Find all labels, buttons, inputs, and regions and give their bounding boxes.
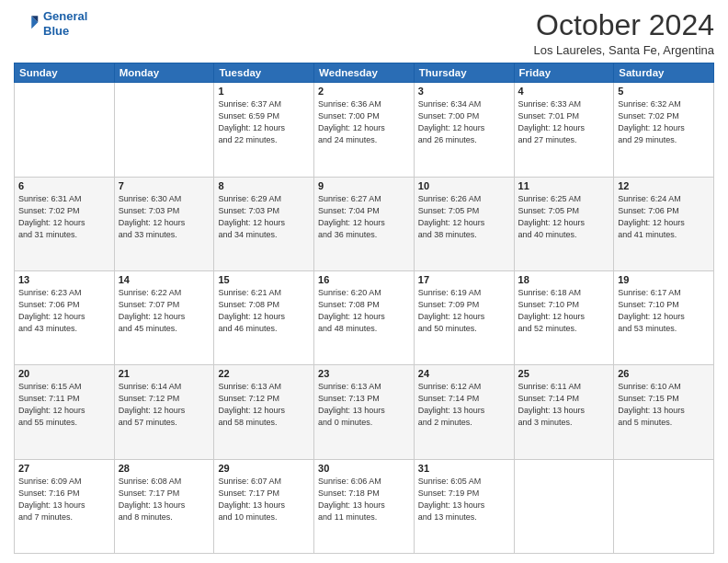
day-number: 21 — [119, 368, 210, 379]
day-number: 25 — [518, 368, 610, 379]
day-number: 22 — [218, 368, 310, 379]
calendar-table: SundayMondayTuesdayWednesdayThursdayFrid… — [14, 63, 714, 554]
day-detail: Sunrise: 6:13 AM Sunset: 7:12 PM Dayligh… — [218, 381, 310, 429]
day-detail: Sunrise: 6:23 AM Sunset: 7:06 PM Dayligh… — [18, 287, 110, 335]
day-detail: Sunrise: 6:17 AM Sunset: 7:10 PM Dayligh… — [618, 287, 710, 335]
day-number: 23 — [318, 368, 410, 379]
day-of-week-tuesday: Tuesday — [214, 63, 314, 83]
week-row-3: 13Sunrise: 6:23 AM Sunset: 7:06 PM Dayli… — [15, 270, 714, 364]
day-number: 2 — [318, 86, 410, 97]
location: Los Laureles, Santa Fe, Argentina — [533, 43, 714, 57]
logo-line2: Blue — [43, 24, 69, 38]
day-of-week-thursday: Thursday — [414, 63, 514, 83]
days-of-week-row: SundayMondayTuesdayWednesdayThursdayFrid… — [15, 63, 714, 83]
day-cell: 7Sunrise: 6:30 AM Sunset: 7:03 PM Daylig… — [114, 177, 214, 270]
day-number: 17 — [418, 274, 510, 285]
day-number: 31 — [418, 463, 510, 474]
day-number: 29 — [218, 463, 310, 474]
day-cell — [614, 459, 714, 553]
day-cell: 8Sunrise: 6:29 AM Sunset: 7:03 PM Daylig… — [214, 177, 314, 270]
day-detail: Sunrise: 6:15 AM Sunset: 7:11 PM Dayligh… — [18, 381, 110, 429]
day-detail: Sunrise: 6:27 AM Sunset: 7:04 PM Dayligh… — [318, 193, 410, 241]
day-number: 7 — [119, 180, 210, 191]
day-number: 12 — [618, 180, 710, 191]
day-number: 4 — [518, 86, 610, 97]
day-number: 13 — [18, 274, 110, 285]
day-cell: 26Sunrise: 6:10 AM Sunset: 7:15 PM Dayli… — [614, 365, 714, 459]
day-cell: 15Sunrise: 6:21 AM Sunset: 7:08 PM Dayli… — [214, 270, 314, 364]
calendar-header: SundayMondayTuesdayWednesdayThursdayFrid… — [15, 63, 714, 83]
day-cell: 22Sunrise: 6:13 AM Sunset: 7:12 PM Dayli… — [214, 365, 314, 459]
day-cell: 23Sunrise: 6:13 AM Sunset: 7:13 PM Dayli… — [314, 365, 415, 459]
day-number: 16 — [318, 274, 410, 285]
day-number: 27 — [18, 463, 110, 474]
day-cell: 3Sunrise: 6:34 AM Sunset: 7:00 PM Daylig… — [414, 83, 514, 177]
day-cell: 30Sunrise: 6:06 AM Sunset: 7:18 PM Dayli… — [314, 459, 415, 553]
day-cell: 29Sunrise: 6:07 AM Sunset: 7:17 PM Dayli… — [214, 459, 314, 553]
day-cell: 1Sunrise: 6:37 AM Sunset: 6:59 PM Daylig… — [214, 83, 314, 177]
day-cell: 28Sunrise: 6:08 AM Sunset: 7:17 PM Dayli… — [114, 459, 214, 553]
day-number: 18 — [518, 274, 610, 285]
month-title: October 2024 — [533, 9, 714, 41]
day-detail: Sunrise: 6:31 AM Sunset: 7:02 PM Dayligh… — [18, 193, 110, 241]
day-cell: 27Sunrise: 6:09 AM Sunset: 7:16 PM Dayli… — [15, 459, 115, 553]
day-number: 14 — [119, 274, 210, 285]
day-detail: Sunrise: 6:25 AM Sunset: 7:05 PM Dayligh… — [518, 193, 610, 241]
logo-icon — [14, 11, 40, 37]
week-row-4: 20Sunrise: 6:15 AM Sunset: 7:11 PM Dayli… — [15, 365, 714, 459]
day-cell: 20Sunrise: 6:15 AM Sunset: 7:11 PM Dayli… — [15, 365, 115, 459]
day-cell: 11Sunrise: 6:25 AM Sunset: 7:05 PM Dayli… — [514, 177, 614, 270]
day-of-week-wednesday: Wednesday — [314, 63, 415, 83]
day-detail: Sunrise: 6:33 AM Sunset: 7:01 PM Dayligh… — [518, 98, 610, 146]
day-cell: 21Sunrise: 6:14 AM Sunset: 7:12 PM Dayli… — [114, 365, 214, 459]
day-cell: 18Sunrise: 6:18 AM Sunset: 7:10 PM Dayli… — [514, 270, 614, 364]
day-detail: Sunrise: 6:13 AM Sunset: 7:13 PM Dayligh… — [318, 381, 410, 429]
day-number: 26 — [618, 368, 710, 379]
day-detail: Sunrise: 6:34 AM Sunset: 7:00 PM Dayligh… — [418, 98, 510, 146]
day-number: 15 — [218, 274, 310, 285]
day-detail: Sunrise: 6:22 AM Sunset: 7:07 PM Dayligh… — [119, 287, 210, 335]
week-row-1: 1Sunrise: 6:37 AM Sunset: 6:59 PM Daylig… — [15, 83, 714, 177]
day-number: 10 — [418, 180, 510, 191]
day-number: 28 — [119, 463, 210, 474]
day-number: 24 — [418, 368, 510, 379]
day-detail: Sunrise: 6:18 AM Sunset: 7:10 PM Dayligh… — [518, 287, 610, 335]
day-detail: Sunrise: 6:08 AM Sunset: 7:17 PM Dayligh… — [119, 476, 210, 523]
day-number: 11 — [518, 180, 610, 191]
day-cell — [114, 83, 214, 177]
day-detail: Sunrise: 6:19 AM Sunset: 7:09 PM Dayligh… — [418, 287, 510, 335]
day-detail: Sunrise: 6:12 AM Sunset: 7:14 PM Dayligh… — [418, 381, 510, 429]
header: General Blue October 2024 Los Laureles, … — [14, 9, 714, 57]
day-of-week-saturday: Saturday — [614, 63, 714, 83]
day-number: 20 — [18, 368, 110, 379]
day-cell: 12Sunrise: 6:24 AM Sunset: 7:06 PM Dayli… — [614, 177, 714, 270]
day-cell: 13Sunrise: 6:23 AM Sunset: 7:06 PM Dayli… — [15, 270, 115, 364]
day-detail: Sunrise: 6:21 AM Sunset: 7:08 PM Dayligh… — [218, 287, 310, 335]
day-cell: 25Sunrise: 6:11 AM Sunset: 7:14 PM Dayli… — [514, 365, 614, 459]
day-detail: Sunrise: 6:24 AM Sunset: 7:06 PM Dayligh… — [618, 193, 710, 241]
day-detail: Sunrise: 6:14 AM Sunset: 7:12 PM Dayligh… — [119, 381, 210, 429]
day-detail: Sunrise: 6:10 AM Sunset: 7:15 PM Dayligh… — [618, 381, 710, 429]
day-cell: 31Sunrise: 6:05 AM Sunset: 7:19 PM Dayli… — [414, 459, 514, 553]
day-cell: 4Sunrise: 6:33 AM Sunset: 7:01 PM Daylig… — [514, 83, 614, 177]
day-number: 6 — [18, 180, 110, 191]
day-detail: Sunrise: 6:09 AM Sunset: 7:16 PM Dayligh… — [18, 476, 110, 523]
calendar-page: General Blue October 2024 Los Laureles, … — [0, 0, 728, 563]
logo-text: General Blue — [43, 9, 87, 38]
day-number: 5 — [618, 86, 710, 97]
day-of-week-friday: Friday — [514, 63, 614, 83]
day-detail: Sunrise: 6:20 AM Sunset: 7:08 PM Dayligh… — [318, 287, 410, 335]
logo: General Blue — [14, 9, 87, 38]
day-detail: Sunrise: 6:06 AM Sunset: 7:18 PM Dayligh… — [318, 476, 410, 523]
day-cell: 14Sunrise: 6:22 AM Sunset: 7:07 PM Dayli… — [114, 270, 214, 364]
day-cell: 19Sunrise: 6:17 AM Sunset: 7:10 PM Dayli… — [614, 270, 714, 364]
day-cell: 9Sunrise: 6:27 AM Sunset: 7:04 PM Daylig… — [314, 177, 415, 270]
title-block: October 2024 Los Laureles, Santa Fe, Arg… — [533, 9, 714, 57]
day-cell — [15, 83, 115, 177]
day-cell — [514, 459, 614, 553]
day-detail: Sunrise: 6:36 AM Sunset: 7:00 PM Dayligh… — [318, 98, 410, 146]
day-detail: Sunrise: 6:07 AM Sunset: 7:17 PM Dayligh… — [218, 476, 310, 523]
week-row-2: 6Sunrise: 6:31 AM Sunset: 7:02 PM Daylig… — [15, 177, 714, 270]
week-row-5: 27Sunrise: 6:09 AM Sunset: 7:16 PM Dayli… — [15, 459, 714, 553]
day-detail: Sunrise: 6:29 AM Sunset: 7:03 PM Dayligh… — [218, 193, 310, 241]
